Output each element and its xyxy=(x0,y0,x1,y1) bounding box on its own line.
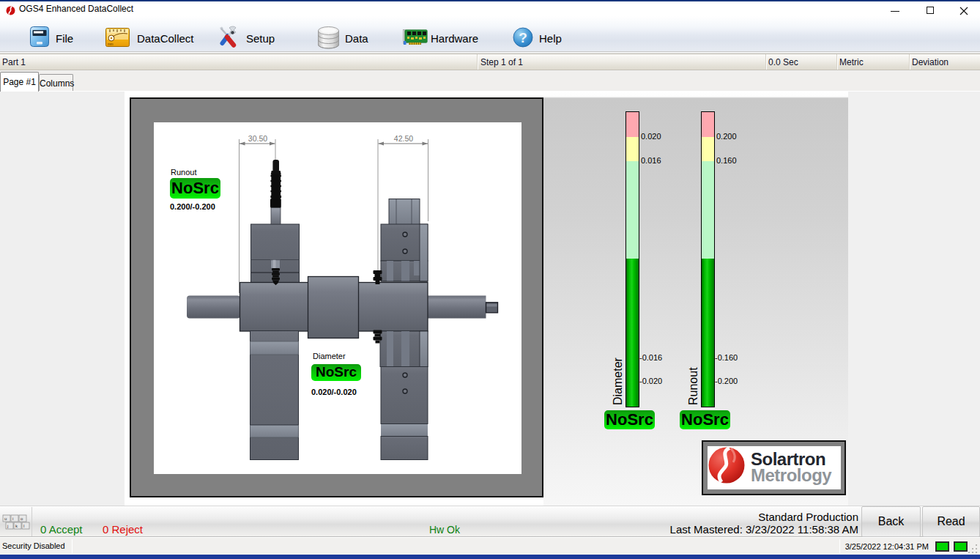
svg-text:i: i xyxy=(12,517,13,521)
svg-text:42.50: 42.50 xyxy=(394,134,413,143)
svg-text:?: ? xyxy=(519,30,527,45)
svg-text:u: u xyxy=(4,517,7,521)
svg-text:30.50: 30.50 xyxy=(248,134,267,143)
svg-text:mm: mm xyxy=(108,42,114,46)
svg-text:l: l xyxy=(23,524,24,528)
svg-text:j: j xyxy=(7,524,8,528)
